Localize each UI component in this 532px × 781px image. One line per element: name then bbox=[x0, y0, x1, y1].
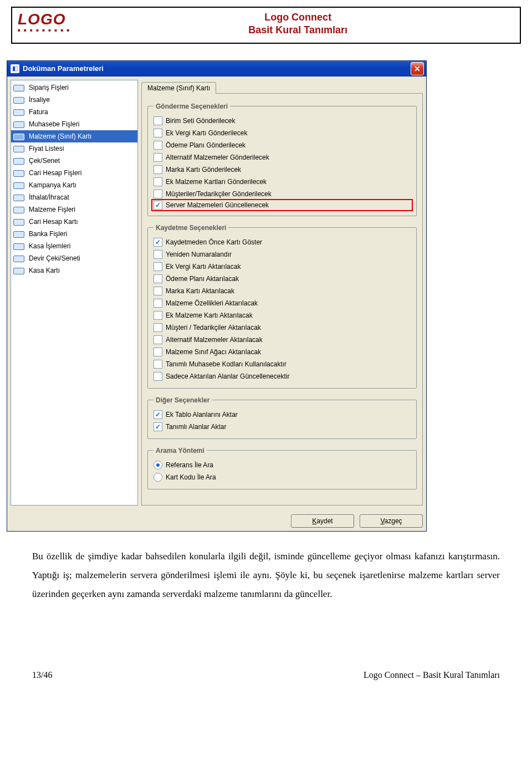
checkbox[interactable] bbox=[154, 410, 162, 419]
checkbox[interactable] bbox=[154, 238, 162, 247]
logo-text: LOGO bbox=[18, 12, 70, 27]
sidebar-item[interactable]: Fiyat Listesi bbox=[11, 142, 137, 155]
radio[interactable] bbox=[154, 461, 162, 469]
document-icon bbox=[13, 267, 25, 274]
checkbox[interactable] bbox=[154, 287, 162, 295]
checkbox-row[interactable]: Yeniden Numaralandır bbox=[154, 248, 411, 261]
checkbox[interactable] bbox=[154, 422, 162, 431]
checkbox-row[interactable]: Malzeme Özellikleri Aktarılacak bbox=[154, 297, 411, 309]
document-icon bbox=[13, 132, 25, 140]
radio-row[interactable]: Kart Kodu İle Ara bbox=[154, 471, 411, 483]
checkbox[interactable] bbox=[154, 335, 162, 344]
radio-row[interactable]: Referans İle Ara bbox=[154, 459, 411, 471]
checkbox[interactable] bbox=[154, 141, 162, 150]
radio[interactable] bbox=[154, 473, 162, 482]
document-icon bbox=[13, 254, 25, 262]
logo: LOGO ■ ■ ■ ■ ■ ■ ■ ■ ■ bbox=[18, 12, 70, 33]
save-button[interactable]: Kaydet bbox=[291, 514, 354, 528]
sidebar: Sipariş FişleriİrsaliyeFaturaMuhasebe Fi… bbox=[11, 80, 138, 506]
sidebar-item-label: Banka Fişleri bbox=[29, 229, 67, 239]
checkbox-row[interactable]: Sadece Aktarılan Alanlar Güncellenecekti… bbox=[154, 370, 411, 382]
sidebar-item[interactable]: Banka Fişleri bbox=[11, 228, 137, 240]
checkbox[interactable] bbox=[154, 299, 162, 308]
checkbox[interactable] bbox=[154, 372, 162, 381]
sidebar-item[interactable]: Devir Çeki/Seneti bbox=[11, 252, 137, 264]
checkbox[interactable] bbox=[154, 274, 162, 283]
checkbox-row[interactable]: Ek Vergi Kartı Gönderilecek bbox=[154, 127, 411, 139]
checkbox-label: Alternatif Malzemeler Gönderilecek bbox=[166, 154, 269, 161]
sidebar-item[interactable]: Kampanya Kartı bbox=[11, 179, 137, 191]
checkbox[interactable] bbox=[154, 348, 162, 356]
checkbox-label: Ek Vergi Kartı Aktarılacak bbox=[166, 263, 241, 270]
sidebar-item-label: Sipariş Fişleri bbox=[29, 83, 69, 93]
checkbox-row[interactable]: Marka Kartı Aktarılacak bbox=[154, 285, 411, 297]
sidebar-item-label: Kasa İşlemleri bbox=[29, 241, 70, 251]
checkbox[interactable] bbox=[154, 262, 162, 271]
sidebar-item[interactable]: Fatura bbox=[11, 106, 137, 118]
checkbox-row[interactable]: Ek Vergi Kartı Aktarılacak bbox=[154, 261, 411, 273]
group-gonderme: Gönderme Seçenekleri Birim Seti Gönderil… bbox=[147, 103, 417, 216]
page-header: LOGO ■ ■ ■ ■ ■ ■ ■ ■ ■ Logo Connect Basi… bbox=[11, 7, 521, 44]
group-diger-legend: Diğer Seçenekler bbox=[154, 396, 212, 404]
sidebar-item[interactable]: Kasa Kartı bbox=[11, 264, 137, 277]
sidebar-item[interactable]: Cari Hesap Kartı bbox=[11, 216, 137, 228]
sidebar-item-label: Muhasebe Fişleri bbox=[29, 119, 79, 129]
checkbox-row[interactable]: Ek Tablo Alanlarını Aktar bbox=[154, 409, 411, 421]
page-footer: 13/46 Logo Connect – Basit Kural Tanımla… bbox=[32, 670, 500, 680]
checkbox[interactable] bbox=[154, 129, 162, 137]
sidebar-item[interactable]: İthalat/İhracat bbox=[11, 191, 137, 203]
sidebar-item[interactable]: İrsaliye bbox=[11, 94, 137, 106]
checkbox-row[interactable]: Kaydetmeden Önce Kartı Göster bbox=[154, 236, 411, 248]
checkbox[interactable] bbox=[154, 311, 162, 320]
checkbox[interactable] bbox=[154, 116, 162, 125]
sidebar-item[interactable]: Sipariş Fişleri bbox=[11, 81, 137, 94]
sidebar-item[interactable]: Kasa İşlemleri bbox=[11, 240, 137, 252]
checkbox-label: Ek Tablo Alanlarını Aktar bbox=[166, 411, 238, 418]
checkbox-row[interactable]: Alternatif Malzemeler Gönderilecek bbox=[154, 151, 411, 164]
checkbox-row[interactable]: Ödeme Planı Gönderilecek bbox=[154, 139, 411, 151]
sidebar-item-label: Fiyat Listesi bbox=[29, 144, 64, 154]
titlebar[interactable]: ◧ Doküman Parametreleri ✕ bbox=[7, 61, 426, 76]
sidebar-item-label: Kampanya Kartı bbox=[29, 180, 76, 190]
document-icon bbox=[13, 206, 25, 213]
checkbox-row[interactable]: Marka Kartı Gönderilecek bbox=[154, 164, 411, 176]
checkbox-row[interactable]: Ek Malzeme Kartları Gönderilecek bbox=[154, 176, 411, 188]
sidebar-item-label: Kasa Kartı bbox=[29, 266, 60, 275]
checkbox-row[interactable]: Tanımlı Muhasebe Kodları Kullanılacaktır bbox=[154, 358, 411, 370]
sidebar-item[interactable]: Cari Hesap Fişleri bbox=[11, 167, 137, 179]
tab-malzeme[interactable]: Malzeme (Sınıf) Kartı bbox=[141, 82, 216, 94]
checkbox-row[interactable]: Server Malzemeleri Güncellenecek bbox=[151, 199, 413, 211]
tab-row: Malzeme (Sınıf) Kartı bbox=[141, 80, 423, 93]
sidebar-item[interactable]: Çek/Senet bbox=[11, 155, 137, 167]
checkbox-row[interactable]: Ek Malzeme Kartı Aktarılacak bbox=[154, 309, 411, 321]
checkbox[interactable] bbox=[154, 165, 162, 174]
group-gonderme-legend: Gönderme Seçenekleri bbox=[154, 103, 230, 110]
sidebar-item-label: Malzeme Fişleri bbox=[29, 205, 75, 215]
cancel-button[interactable]: Vazgeç bbox=[360, 514, 423, 528]
checkbox[interactable] bbox=[154, 323, 162, 332]
sidebar-item[interactable]: Malzeme (Sınıf) Kartı bbox=[11, 130, 137, 142]
window-icon: ◧ bbox=[11, 64, 19, 73]
document-icon bbox=[13, 108, 25, 116]
checkbox-row[interactable]: Müşteriler/Tedarikçiler Gönderilecek bbox=[154, 188, 411, 200]
sidebar-item[interactable]: Malzeme Fişleri bbox=[11, 203, 137, 216]
sidebar-item[interactable]: Muhasebe Fişleri bbox=[11, 118, 137, 130]
checkbox-row[interactable]: Malzeme Sınıf Ağacı Aktarılacak bbox=[154, 346, 411, 358]
checkbox[interactable] bbox=[154, 153, 162, 162]
checkbox[interactable] bbox=[154, 177, 162, 186]
checkbox[interactable] bbox=[154, 360, 162, 369]
checkbox-row[interactable]: Tanımlı Alanlar Aktar bbox=[154, 421, 411, 433]
checkbox[interactable] bbox=[154, 201, 162, 210]
group-arama: Arama Yöntemi Referans İle AraKart Kodu … bbox=[147, 447, 417, 489]
checkbox[interactable] bbox=[154, 190, 162, 198]
checkbox-row[interactable]: Alternatif Malzemeler Aktarılacak bbox=[154, 334, 411, 346]
close-button[interactable]: ✕ bbox=[411, 62, 424, 75]
footer-page-number: 13/46 bbox=[32, 670, 52, 680]
checkbox-row[interactable]: Birim Seti Gönderilecek bbox=[154, 115, 411, 127]
checkbox[interactable] bbox=[154, 250, 162, 259]
checkbox-row[interactable]: Müşteri / Tedarikçiler Aktarılacak bbox=[154, 321, 411, 334]
checkbox-row[interactable]: Ödeme Planı Aktarılacak bbox=[154, 273, 411, 285]
footer-title: Logo Connect – Basit Kural Tanımları bbox=[364, 670, 500, 680]
document-icon bbox=[13, 145, 25, 152]
sidebar-item-label: Çek/Senet bbox=[29, 156, 60, 166]
